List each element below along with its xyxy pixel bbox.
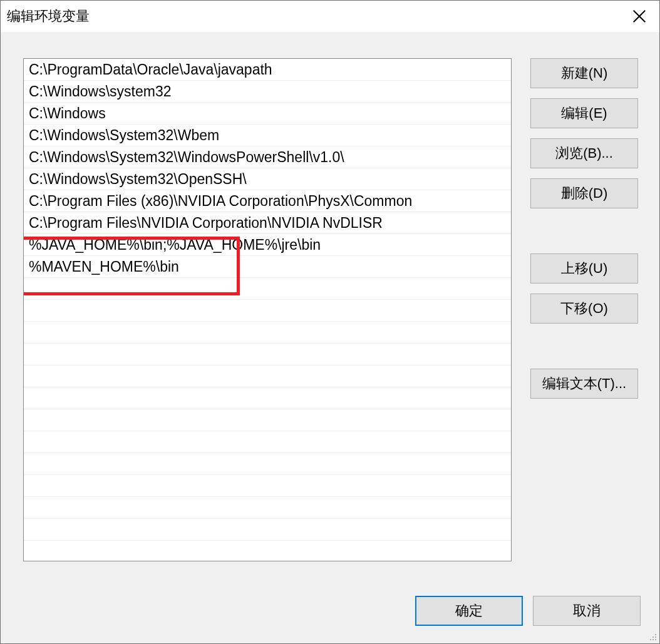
list-empty-row bbox=[24, 322, 511, 344]
list-empty-row bbox=[24, 387, 511, 409]
new-button[interactable]: 新建(N) bbox=[530, 58, 638, 88]
list-item[interactable]: C:\ProgramData\Oracle\Java\javapath bbox=[24, 59, 511, 81]
edit-env-var-dialog: 编辑环境变量 C:\ProgramData\Oracle\Java\javapa… bbox=[0, 0, 660, 644]
svg-point-6 bbox=[652, 639, 654, 640]
dialog-body: C:\ProgramData\Oracle\Java\javapath C:\W… bbox=[1, 32, 659, 643]
list-item[interactable]: C:\Windows\system32 bbox=[24, 81, 511, 103]
list-item[interactable]: C:\Program Files (x86)\NVIDIA Corporatio… bbox=[24, 190, 511, 212]
list-item[interactable]: %JAVA_HOME%\bin;%JAVA_HOME%\jre\bin bbox=[24, 234, 511, 256]
list-item[interactable]: %MAVEN_HOME%\bin bbox=[24, 256, 511, 278]
close-icon bbox=[633, 10, 646, 23]
cancel-button[interactable]: 取消 bbox=[533, 596, 641, 626]
list-item[interactable]: C:\Windows\System32\Wbem bbox=[24, 125, 511, 146]
list-empty-row bbox=[24, 344, 511, 365]
main-row: C:\ProgramData\Oracle\Java\javapath C:\W… bbox=[23, 58, 641, 571]
list-empty-row bbox=[24, 519, 511, 541]
list-empty-row bbox=[24, 300, 511, 322]
resize-grip-icon[interactable] bbox=[647, 631, 657, 641]
list-empty-row bbox=[24, 497, 511, 519]
list-empty-row bbox=[24, 541, 511, 561]
titlebar: 编辑环境变量 bbox=[1, 1, 659, 32]
move-down-button[interactable]: 下移(O) bbox=[530, 294, 638, 324]
list-empty-row bbox=[24, 409, 511, 431]
svg-point-7 bbox=[655, 639, 656, 640]
list-empty-row bbox=[24, 453, 511, 475]
list-empty-row bbox=[24, 365, 511, 387]
list-item[interactable]: C:\Windows\System32\WindowsPowerShell\v1… bbox=[24, 146, 511, 168]
list-empty-row bbox=[24, 278, 511, 300]
path-listbox[interactable]: C:\ProgramData\Oracle\Java\javapath C:\W… bbox=[23, 58, 512, 561]
svg-point-2 bbox=[655, 634, 656, 635]
ok-button[interactable]: 确定 bbox=[415, 596, 523, 626]
list-empty-row bbox=[24, 475, 511, 497]
close-button[interactable] bbox=[619, 1, 659, 32]
svg-point-3 bbox=[652, 636, 654, 638]
browse-button[interactable]: 浏览(B)... bbox=[530, 138, 638, 168]
svg-point-4 bbox=[655, 636, 656, 638]
edit-button[interactable]: 编辑(E) bbox=[530, 98, 638, 128]
move-up-button[interactable]: 上移(U) bbox=[530, 253, 638, 284]
list-item[interactable]: C:\Windows bbox=[24, 103, 511, 125]
list-empty-row bbox=[24, 431, 511, 453]
bottom-buttons: 确定 取消 bbox=[23, 596, 641, 626]
delete-button[interactable]: 删除(D) bbox=[530, 178, 638, 208]
dialog-title: 编辑环境变量 bbox=[7, 7, 619, 26]
list-item[interactable]: C:\Program Files\NVIDIA Corporation\NVID… bbox=[24, 212, 511, 234]
side-buttons: 新建(N) 编辑(E) 浏览(B)... 删除(D) 上移(U) 下移(O) 编… bbox=[530, 58, 638, 571]
edit-text-button[interactable]: 编辑文本(T)... bbox=[530, 369, 638, 399]
list-item[interactable]: C:\Windows\System32\OpenSSH\ bbox=[24, 168, 511, 190]
svg-point-5 bbox=[650, 639, 651, 640]
